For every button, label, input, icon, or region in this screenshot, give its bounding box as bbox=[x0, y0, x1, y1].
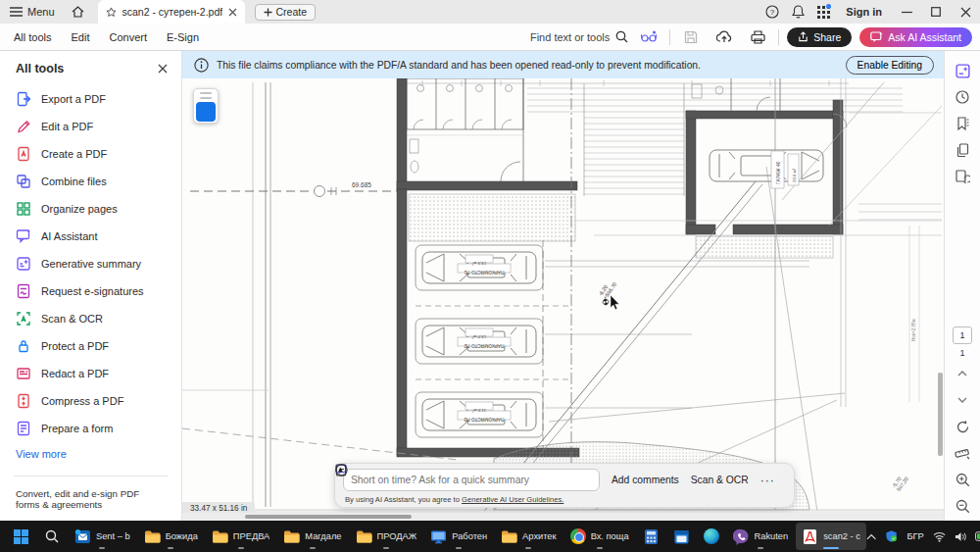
tool-export-pdf[interactable]: Export a PDF bbox=[0, 85, 181, 113]
home-button[interactable] bbox=[65, 0, 92, 24]
tool-compress-pdf[interactable]: Compress a PDF bbox=[0, 387, 181, 415]
taskbar-search-button[interactable] bbox=[37, 523, 67, 550]
attachments-convert-button[interactable] bbox=[951, 165, 974, 188]
next-page-button[interactable] bbox=[951, 388, 974, 412]
print-button[interactable] bbox=[745, 25, 770, 49]
zoom-in-button[interactable] bbox=[951, 468, 974, 491]
document-viewer: This file claims compliance with the PDF… bbox=[182, 51, 944, 521]
tool-redact-pdf[interactable]: Redact a PDF bbox=[0, 360, 181, 387]
tab-esign[interactable]: E-Sign bbox=[167, 31, 199, 43]
taskbar-chrome[interactable]: Вх. поща bbox=[564, 523, 635, 550]
title-bar: Menu scan2 - сутерен-2.pdf Create ? bbox=[0, 0, 980, 24]
tool-edit-pdf[interactable]: Edit a PDF bbox=[0, 113, 181, 140]
ask-ai-assistant-button[interactable]: Ask AI Assistant bbox=[859, 27, 972, 47]
ai-insights-button[interactable] bbox=[636, 25, 662, 49]
tool-prepare-form[interactable]: Prepare a form bbox=[0, 415, 181, 442]
comments-history-button[interactable] bbox=[951, 85, 974, 109]
previous-page-button[interactable] bbox=[951, 362, 974, 385]
taskbar-edge[interactable] bbox=[698, 523, 725, 550]
window-minimize-button[interactable] bbox=[892, 0, 921, 24]
tray-chevron-up-icon[interactable] bbox=[866, 533, 876, 540]
tool-request-esignatures[interactable]: Request e-signatures bbox=[0, 277, 181, 305]
hscroll-thumb[interactable] bbox=[245, 515, 412, 519]
taskbar-calendar[interactable] bbox=[667, 523, 696, 550]
apps-grid-button[interactable] bbox=[810, 0, 836, 24]
folder-icon bbox=[144, 528, 161, 545]
view-more-link[interactable]: View more bbox=[0, 442, 181, 466]
menu-button[interactable]: Menu bbox=[0, 0, 65, 24]
notifications-button[interactable] bbox=[785, 0, 810, 24]
tab-all-tools[interactable]: All tools bbox=[14, 31, 52, 43]
taskbar-acrobat[interactable]: scan2 - c bbox=[796, 523, 866, 550]
enable-editing-button[interactable]: Enable Editing bbox=[846, 56, 934, 75]
battery-icon[interactable] bbox=[975, 531, 980, 541]
terms-link[interactable]: Generative AI User Guidelines. bbox=[462, 495, 564, 504]
generative-summary-button[interactable] bbox=[951, 59, 974, 82]
find-text-button[interactable]: Find text or tools bbox=[530, 30, 628, 43]
security-shield-icon[interactable] bbox=[885, 529, 898, 543]
toolbar: All tools Edit Convert E-Sign Find text … bbox=[0, 24, 980, 51]
ai-glasses-icon bbox=[641, 30, 657, 43]
window-maximize-button[interactable] bbox=[921, 0, 951, 24]
taskbar-folder-3[interactable]: Магдале bbox=[277, 523, 347, 550]
floating-select-toolbar[interactable] bbox=[193, 88, 219, 124]
select-tool-button[interactable] bbox=[196, 102, 216, 122]
ai-summary-input[interactable] bbox=[343, 469, 600, 491]
main-area: All tools Export a PDF Edit a PDF Create… bbox=[0, 51, 980, 521]
taskbar-outlook[interactable]: Sent – b bbox=[69, 523, 136, 550]
folder-icon bbox=[356, 528, 372, 545]
pdf-page[interactable]: 69.685 ПАРКОМЯСТО П1 13,5 м² ПАРКОМЯСТО … bbox=[182, 78, 944, 521]
edit-pdf-icon bbox=[16, 119, 31, 134]
tab-edit[interactable]: Edit bbox=[72, 31, 90, 43]
measure-tool-button[interactable] bbox=[951, 441, 974, 465]
tool-ai-assistant[interactable]: AI Assistant bbox=[0, 223, 181, 250]
open-indicator bbox=[525, 547, 531, 549]
taskbar-folder-1[interactable]: Божида bbox=[138, 523, 204, 550]
panel-close-icon[interactable] bbox=[158, 64, 168, 74]
add-comments-button[interactable]: Add comments bbox=[612, 475, 679, 485]
tool-create-pdf[interactable]: Create a PDF bbox=[0, 140, 181, 168]
bookmarks-button[interactable] bbox=[951, 112, 974, 135]
help-button[interactable]: ? bbox=[760, 0, 785, 24]
horizontal-scrollbar[interactable] bbox=[182, 513, 944, 521]
speaker-icon[interactable] bbox=[955, 531, 966, 542]
ai-summary-field[interactable] bbox=[351, 475, 592, 485]
tab-convert[interactable]: Convert bbox=[110, 31, 148, 43]
zoom-out-icon bbox=[956, 499, 970, 514]
wifi-icon[interactable] bbox=[933, 531, 946, 542]
tab-close-icon[interactable] bbox=[228, 8, 237, 17]
page-thumbnails-button[interactable] bbox=[951, 138, 974, 162]
taskbar-calculator[interactable] bbox=[637, 523, 665, 550]
taskbar-folder-2[interactable]: ПРЕДВА bbox=[206, 523, 275, 550]
taskbar-viber[interactable]: Rakuten bbox=[727, 523, 795, 550]
parking-spot-1-area: 13,5 м² bbox=[471, 261, 486, 266]
promo-text: Convert, edit and e-sign PDF forms & agr… bbox=[0, 486, 181, 518]
tool-protect-pdf[interactable]: Protect a PDF bbox=[0, 332, 181, 360]
taskbar-desktop-app[interactable]: Работен bbox=[424, 523, 493, 550]
zoom-in-icon bbox=[956, 473, 970, 487]
tool-scan-ocr[interactable]: Scan & OCR bbox=[0, 305, 181, 332]
page-number-input[interactable]: 1 bbox=[953, 326, 972, 344]
window-close-button[interactable] bbox=[951, 0, 980, 24]
all-tools-panel: All tools Export a PDF Edit a PDF Create… bbox=[0, 51, 182, 521]
tool-label: Redact a PDF bbox=[41, 368, 109, 379]
create-tab-button[interactable]: Create bbox=[255, 4, 317, 21]
share-button[interactable]: Share bbox=[787, 27, 852, 47]
save-button[interactable] bbox=[678, 25, 704, 49]
vscroll-thumb[interactable] bbox=[938, 373, 943, 456]
sign-in-button[interactable]: Sign in bbox=[846, 6, 882, 18]
more-options-button[interactable]: ··· bbox=[760, 474, 775, 487]
document-tab[interactable]: scan2 - сутерен-2.pdf bbox=[98, 0, 245, 24]
tool-combine-files[interactable]: Combine files bbox=[0, 168, 181, 195]
bell-icon bbox=[792, 5, 805, 19]
zoom-out-button[interactable] bbox=[951, 494, 974, 518]
language-indicator[interactable]: БГР bbox=[906, 531, 923, 541]
upload-cloud-button[interactable] bbox=[711, 25, 737, 49]
taskbar-folder-4[interactable]: ПРОДАЖ bbox=[350, 523, 423, 550]
tool-organize-pages[interactable]: Organize pages bbox=[0, 195, 181, 223]
rotate-page-button[interactable] bbox=[951, 415, 974, 438]
tool-generative-summary[interactable]: Generative summary bbox=[0, 250, 181, 277]
taskbar-folder-5[interactable]: Архитек bbox=[495, 523, 563, 550]
start-button[interactable] bbox=[6, 523, 35, 550]
scan-ocr-button[interactable]: Scan & OCR bbox=[691, 475, 749, 485]
